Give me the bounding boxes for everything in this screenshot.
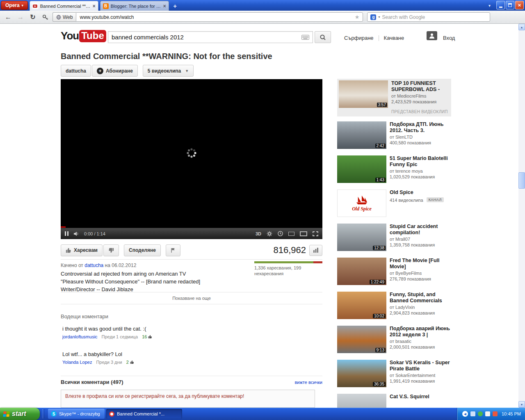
video-title[interactable]: Fred The Movie [Full Movie] [390, 258, 451, 270]
video-title[interactable]: Sokar VS Keralis - Super Pirate Battle [390, 360, 451, 372]
forward-button[interactable]: → [16, 12, 25, 22]
tab-youtube[interactable]: Banned Commercial **W... × [30, 1, 98, 11]
related-video-item[interactable]: 9:13 Подборка аварий Июнь 2012 неделя 3 … [337, 326, 451, 355]
duration-badge: 2:42 [375, 144, 386, 148]
video-thumbnail[interactable]: 1:22:49 [337, 258, 386, 285]
tab-blogger[interactable]: B Blogger: The place for all... × [100, 1, 169, 11]
comment-votes[interactable]: 16 [142, 334, 152, 339]
flag-button[interactable] [166, 244, 180, 256]
like-button[interactable]: Харесвам [61, 244, 103, 256]
fullscreen-button[interactable] [313, 231, 318, 236]
comment-signin-link[interactable]: Влезте в профила си или се регистрирайте… [65, 393, 244, 399]
video-thumbnail[interactable] [337, 394, 386, 408]
comment-votes[interactable]: 2 [126, 360, 134, 365]
hide-tray-icons-button[interactable]: ◀ [462, 411, 468, 417]
video-title[interactable]: Подборка аварий Июнь 2012 неделя 3 | [390, 326, 451, 338]
address-bar[interactable]: Web www.youtube.com/watch ★ [52, 12, 363, 22]
3d-button[interactable]: 3D [256, 231, 261, 236]
comment-author-link[interactable]: Yolanda Lopez [62, 360, 92, 365]
new-tab-button[interactable]: + [171, 2, 180, 10]
keyboard-icon[interactable] [301, 35, 309, 40]
tray-network-icon[interactable] [470, 411, 475, 416]
video-thumbnail[interactable]: 10:02 [337, 292, 386, 319]
tab-close-icon[interactable]: × [93, 3, 96, 9]
related-video-item[interactable]: Cat V.S. Squirrel [337, 394, 451, 408]
sentiment-bar: 1,336 харесвания, 199 нехаресвания [254, 261, 322, 276]
channel-title[interactable]: Old Spice [390, 189, 444, 196]
start-button[interactable]: start [0, 408, 40, 420]
large-player-button[interactable] [300, 231, 307, 236]
show-more-button[interactable]: Показване на още [61, 292, 322, 304]
close-button[interactable]: × [515, 1, 524, 9]
vertical-scrollbar[interactable]: ▲ ▼ [518, 24, 525, 408]
browse-link[interactable]: Сърфиране [339, 35, 379, 41]
video-title[interactable]: Cat V.S. Squirrel [390, 394, 429, 400]
avatar[interactable] [427, 31, 437, 40]
related-video-item[interactable]: 1:22:49 Fred The Movie [Full Movie] от B… [337, 258, 451, 287]
small-player-button[interactable] [288, 232, 294, 236]
tab-list-chevron-icon[interactable]: ▾ [488, 3, 491, 8]
minimize-button[interactable] [496, 1, 505, 9]
video-search-input[interactable]: banned commercials 2012 [108, 31, 313, 43]
youtube-logo[interactable]: You Tube [61, 30, 106, 42]
playlist-dropdown-button[interactable]: 5 видеоклипа ▼ [143, 65, 194, 77]
video-title[interactable]: Подборка ДТП. Июнь 2012. Часть 3. [390, 121, 451, 134]
tray-volume-icon[interactable] [485, 411, 490, 416]
uploader-link[interactable]: dattucha [84, 262, 103, 268]
comment-author-link[interactable]: jordanloftusmusic [62, 334, 98, 339]
maximize-button[interactable] [506, 1, 514, 9]
bookmark-star-icon[interactable]: ★ [355, 14, 360, 20]
related-video-item[interactable]: 1:43 51 Super Mario Balotelli Funny Epic… [337, 155, 451, 185]
volume-button[interactable] [73, 231, 79, 236]
chevron-down-icon[interactable]: ▾ [378, 15, 380, 19]
reload-button[interactable]: ↻ [28, 12, 38, 22]
video-title[interactable]: TOP 10 FUNNIEST SUPERBOWL ADS - [391, 80, 450, 93]
related-video-item[interactable]: 10:02 Funny, Stupid, and Banned Commerci… [337, 292, 451, 321]
related-video-item[interactable]: 36:35 Sokar VS Keralis - Super Pirate Ba… [337, 360, 451, 389]
dislike-button[interactable] [103, 244, 119, 256]
video-thumbnail[interactable]: 36:35 [337, 360, 386, 387]
settings-gear-icon[interactable] [267, 231, 272, 237]
uploader-button[interactable]: dattucha [61, 65, 91, 77]
video-title[interactable]: Stupid Car accident compilation! [390, 224, 451, 236]
task-button-opera[interactable]: Banned Commercial *... [106, 409, 182, 419]
watch-later-clock-icon[interactable] [278, 231, 283, 236]
back-button[interactable]: ← [3, 12, 13, 22]
search-button[interactable] [315, 31, 331, 43]
scroll-down-button[interactable]: ▼ [518, 401, 525, 408]
scroll-thumb[interactable] [518, 172, 525, 189]
video-player[interactable]: 0:00 / 1:14 3D [61, 79, 322, 239]
desktop: Opera ▾ Banned Commercial **W... × B Blo… [0, 0, 525, 420]
tab-close-icon[interactable]: × [163, 3, 166, 9]
video-thumbnail[interactable]: 9:13 [337, 326, 386, 353]
task-button-skype[interactable]: S Skype™ - drcrazybg [48, 409, 105, 419]
google-search-input[interactable]: g ▾ Search with Google [367, 12, 490, 22]
comment-signin-box[interactable]: Влезте в профила си или се регистрирайте… [61, 390, 315, 408]
related-channel-item[interactable]: Old Spice Old Spice 414 видеоклипа КАНАЛ [337, 189, 451, 219]
scroll-up-button[interactable]: ▲ [518, 24, 525, 30]
video-thumbnail[interactable]: 12:38 [337, 224, 386, 251]
subscribe-button[interactable]: + Абониране [92, 65, 138, 77]
video-thumbnail[interactable]: 1:43 [337, 155, 386, 183]
wand-button[interactable] [40, 12, 50, 22]
video-thumbnail[interactable]: 3:57 [339, 80, 388, 108]
upload-link[interactable]: Качване [379, 35, 409, 41]
related-video-item[interactable]: 12:38 Stupid Car accident compilation! о… [337, 224, 451, 253]
share-button[interactable]: Споделяне [124, 244, 161, 256]
video-title[interactable]: Funny, Stupid, and Banned Commercials [390, 292, 451, 304]
video-thumbnail[interactable]: 2:42 [337, 121, 386, 149]
opera-menu-button[interactable]: Opera ▾ [1, 1, 28, 10]
signin-link[interactable]: Вход [443, 35, 455, 41]
tray-messenger-icon[interactable] [493, 411, 498, 416]
featured-video[interactable]: 3:57 TOP 10 FUNNIEST SUPERBOWL ADS - от … [337, 79, 451, 116]
pause-button[interactable] [65, 231, 68, 236]
stats-button[interactable] [309, 245, 322, 256]
video-title[interactable]: 51 Super Mario Balotelli Funny Epic [390, 155, 451, 168]
related-video-item[interactable]: 2:42 Подборка ДТП. Июнь 2012. Часть 3. о… [337, 121, 451, 151]
tray-antivirus-icon[interactable] [478, 411, 483, 416]
channel-thumbnail[interactable]: Old Spice [337, 189, 386, 217]
quick-launch-handle[interactable] [43, 409, 44, 418]
see-all-link[interactable]: вижте всички [295, 380, 323, 385]
url-input[interactable]: www.youtube.com/watch ★ [76, 12, 363, 22]
protocol-badge: Web [52, 12, 76, 22]
